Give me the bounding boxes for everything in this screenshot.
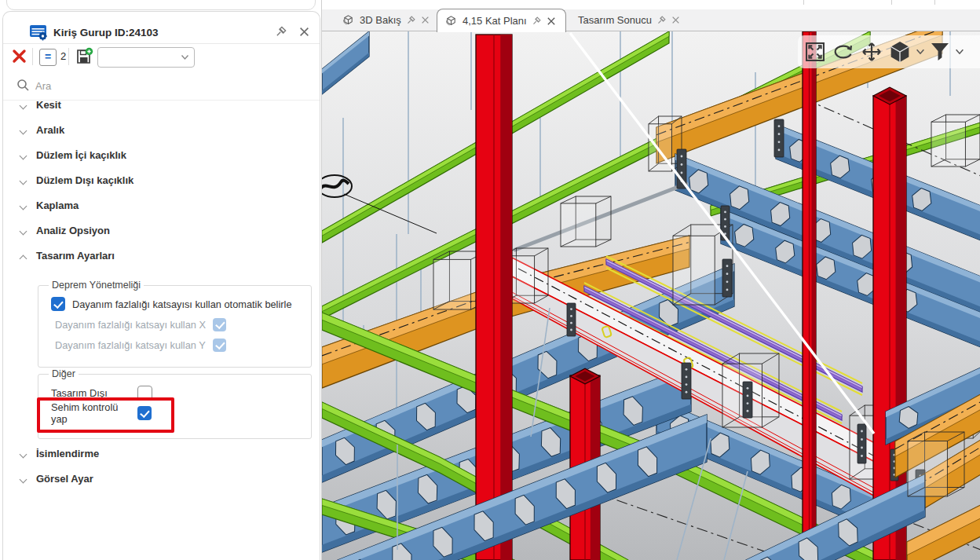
tab-kat-plani[interactable]: 4,15 Kat Planı <box>437 9 566 32</box>
search-input[interactable]: Ara <box>35 80 51 92</box>
pin-icon[interactable] <box>276 26 287 40</box>
tab-pin-icon[interactable] <box>532 16 541 25</box>
panel-card: Kiriş Gurup ID:24103 = 2 <box>2 11 320 560</box>
tab-close-icon[interactable] <box>421 16 430 24</box>
filter-dropdown[interactable] <box>955 45 964 59</box>
fit-view-icon[interactable] <box>803 39 828 64</box>
tab-label: 3D Bakış <box>360 14 401 26</box>
divider <box>803 0 804 5</box>
viewport-toolbar <box>798 35 980 68</box>
delete-button[interactable] <box>12 49 27 67</box>
tree-item-gorsel-ayar[interactable]: Görsel Ayar <box>3 470 320 490</box>
tree-item-aralik[interactable]: Aralık <box>3 121 320 141</box>
tree-item-kesit[interactable]: Kesit <box>3 96 320 116</box>
view-3d-icon <box>445 15 457 27</box>
checkbox-label: Dayanım fazlalığı katsayı kullan X <box>55 319 206 331</box>
view-cube-dropdown[interactable] <box>916 45 925 59</box>
highlight-annotation <box>37 397 174 433</box>
view-3d-icon <box>342 14 354 26</box>
tree-item-analiz-opsiyon[interactable]: Analiz Opsiyon <box>3 221 320 242</box>
tree-item-tasarim-ayarlari[interactable]: Tasarım Ayarları <box>3 247 320 267</box>
viewport: 3D Bakış 4,15 Kat Planı Tasarım Sonucu <box>322 0 980 560</box>
tab-pin-icon[interactable] <box>407 16 415 24</box>
close-icon[interactable] <box>299 26 309 40</box>
tab-label: Tasarım Sonucu <box>578 14 652 26</box>
checkbox-dayanim-otomatik[interactable] <box>51 297 65 311</box>
panel-title: Kiriş Gurup ID:24103 <box>53 27 159 38</box>
search-icon <box>16 79 30 95</box>
tab-3d-bakis[interactable]: 3D Bakış <box>335 9 437 31</box>
tree-item-kaplama[interactable]: Kaplama <box>3 196 320 217</box>
divider <box>934 0 935 5</box>
divider <box>32 48 33 65</box>
view-cube-icon[interactable] <box>887 38 913 65</box>
divider <box>68 48 69 65</box>
save-template-button[interactable] <box>74 46 94 70</box>
tab-close-icon[interactable] <box>547 16 556 26</box>
pan-icon[interactable] <box>859 39 884 64</box>
tab-label: 4,15 Kat Planı <box>463 15 527 27</box>
filter-icon[interactable] <box>927 39 953 64</box>
group-legend: Diğer <box>49 368 79 379</box>
selection-count: 2 <box>60 50 66 62</box>
checkbox-dayanim-x[interactable] <box>213 318 226 331</box>
properties-panel: Kiriş Gurup ID:24103 = 2 <box>0 0 322 560</box>
beam-group-icon <box>29 24 48 44</box>
selection-count-button[interactable]: = <box>39 49 57 66</box>
view-tab-bar: 3D Bakış 4,15 Kat Planı Tasarım Sonucu <box>322 0 980 31</box>
checkbox-dayanim-y[interactable] <box>213 339 226 352</box>
group-deprem-yonetmeligi: Deprem Yönetmeliği Dayanım fazlalığı kat… <box>38 280 312 368</box>
docked-panel-edge <box>6 0 316 10</box>
tree-item-duzlem-disi[interactable]: Düzlem Dışı kaçıklık <box>3 171 320 192</box>
checkbox-label: Dayanım fazlalığı katsayısı kullan otoma… <box>72 298 292 310</box>
checkbox-label: Dayanım fazlalığı katsayı kullan Y <box>55 339 206 351</box>
tab-close-icon[interactable] <box>671 16 680 24</box>
template-select[interactable] <box>97 47 195 68</box>
divider <box>3 43 320 44</box>
orbit-icon[interactable] <box>830 39 857 64</box>
structure-3d-view[interactable] <box>322 31 980 560</box>
tree-item-isimlendirme[interactable]: İsimlendirme <box>3 445 320 465</box>
tree-item-duzlem-ici[interactable]: Düzlem İçi kaçıklık <box>3 146 320 167</box>
tab-tasarim-sonucu[interactable]: Tasarım Sonucu <box>570 9 688 31</box>
tab-pin-icon[interactable] <box>657 16 666 24</box>
divider <box>891 0 892 5</box>
group-legend: Deprem Yönetmeliği <box>49 280 144 291</box>
